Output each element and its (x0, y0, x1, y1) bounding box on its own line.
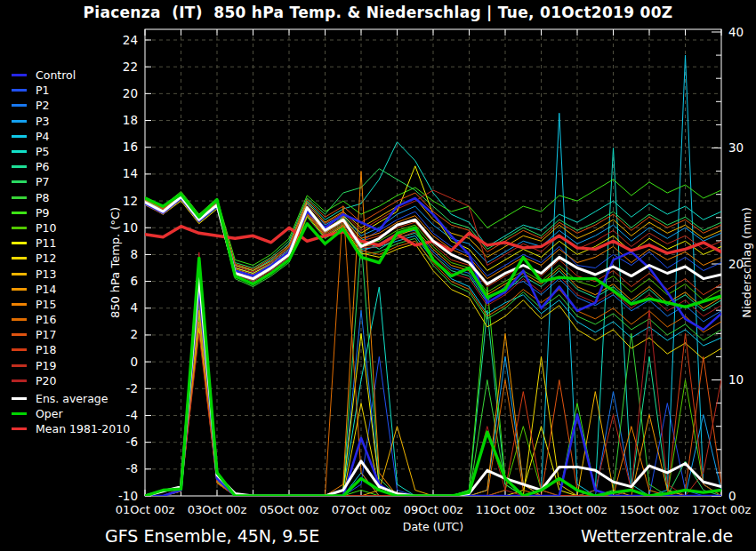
svg-text:10: 10 (123, 220, 138, 235)
svg-text:05Oct 00z: 05Oct 00z (260, 503, 319, 516)
svg-text:22: 22 (123, 60, 138, 74)
svg-text:6: 6 (130, 274, 138, 288)
svg-text:13Oct 00z: 13Oct 00z (548, 503, 607, 516)
svg-text:850 hPa Temp. (°C): 850 hPa Temp. (°C) (109, 207, 122, 318)
svg-text:-8: -8 (126, 461, 138, 475)
svg-text:15Oct 00z: 15Oct 00z (620, 503, 680, 516)
svg-text:-4: -4 (126, 408, 138, 422)
svg-text:40: 40 (728, 25, 744, 39)
chart-canvas: -10-8-6-4-202468101214161820222401020304… (0, 0, 756, 551)
svg-text:20: 20 (123, 86, 138, 100)
svg-text:14: 14 (123, 166, 138, 180)
svg-text:0: 0 (728, 489, 736, 503)
svg-text:12: 12 (123, 194, 138, 208)
svg-text:-2: -2 (126, 381, 138, 395)
svg-text:01Oct 00z: 01Oct 00z (116, 503, 175, 516)
meteogram-page: { "header": { "title": "Piacenza (IT) 85… (0, 0, 756, 551)
svg-text:Date (UTC): Date (UTC) (403, 520, 463, 533)
svg-text:-6: -6 (126, 435, 138, 449)
svg-text:16: 16 (123, 140, 138, 154)
svg-text:17Oct 00z: 17Oct 00z (692, 503, 752, 516)
svg-text:07Oct 00z: 07Oct 00z (332, 503, 391, 516)
svg-text:18: 18 (123, 113, 138, 127)
svg-text:8: 8 (130, 247, 138, 261)
model-info: GFS Ensemble, 45N, 9.5E (105, 526, 319, 546)
svg-text:2: 2 (130, 327, 138, 341)
svg-text:4: 4 (130, 300, 138, 315)
svg-text:Niederschlag (mm): Niederschlag (mm) (740, 207, 753, 318)
svg-text:30: 30 (728, 140, 744, 155)
site-credit: Wetterzentrale.de (581, 526, 733, 546)
svg-text:24: 24 (123, 33, 138, 47)
svg-text:11Oct 00z: 11Oct 00z (476, 503, 535, 516)
svg-text:-10: -10 (118, 489, 138, 503)
svg-text:09Oct 00z: 09Oct 00z (404, 503, 463, 516)
svg-text:10: 10 (728, 372, 744, 387)
svg-text:03Oct 00z: 03Oct 00z (188, 503, 247, 516)
svg-text:0: 0 (130, 355, 138, 369)
